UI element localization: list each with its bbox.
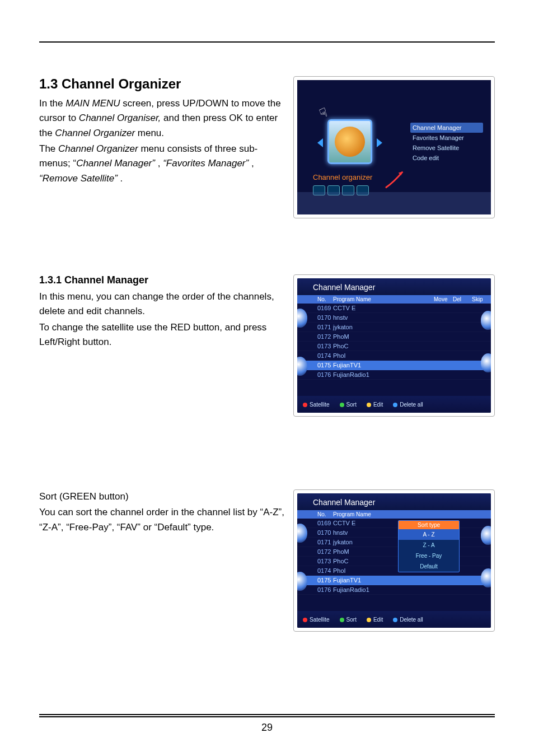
table-row[interactable]: 0175FujianTV1 xyxy=(297,576,491,585)
cell-name: FujianRadio1 xyxy=(333,371,491,378)
table-row[interactable]: 0172PhoM xyxy=(297,332,491,342)
decor-bulb-icon xyxy=(481,526,491,545)
t: , xyxy=(249,158,254,169)
page-bottom-rule xyxy=(39,714,495,717)
col-name: Program Name xyxy=(333,511,491,517)
arrow-left-icon xyxy=(317,138,323,147)
cm-footer-bar: Satellite Sort Edit Delete all xyxy=(297,611,491,628)
heading-1-3-1: 1.3.1 Channel Manager xyxy=(39,274,284,286)
table-row[interactable]: 0171jykaton xyxy=(297,323,491,332)
t: Channel Organizer xyxy=(58,143,138,154)
table-row[interactable]: 0170hnstv xyxy=(297,528,491,538)
t: Sort xyxy=(346,402,357,408)
cm-header-row: No. Program Name xyxy=(297,510,491,519)
cursor-hand-icon: ☟ xyxy=(317,105,329,122)
screenshot-channel-manager-sort: Channel Manager No. Program Name 0169CCT… xyxy=(293,489,495,632)
t: Channel Organiser, xyxy=(79,113,161,123)
submenu-item-remove-satellite[interactable]: Remove Satellite xyxy=(410,143,483,153)
heading-sort: Sort (GREEN button) xyxy=(39,489,284,504)
decor-bulb-icon xyxy=(481,568,491,587)
sec2-para2: To change the satellite use the RED butt… xyxy=(39,320,284,350)
cell-no: 0173 xyxy=(317,343,333,349)
cell-name: PhoM xyxy=(333,333,491,340)
screenshot-channel-manager: Channel Manager No. Program Name Move De… xyxy=(293,274,495,417)
cell-no: 0171 xyxy=(317,539,333,545)
table-row[interactable]: 0173PhoC xyxy=(297,557,491,566)
t: Delete all xyxy=(400,402,423,408)
menu-caption: Channel organizer xyxy=(313,173,372,181)
t: Sort xyxy=(346,617,357,623)
legend-deleteall: Delete all xyxy=(393,402,423,408)
cell-name: FujianTV1 xyxy=(333,577,491,584)
screenshot-main-menu: ☟ Channel organizer Chann xyxy=(293,76,495,218)
menu-tile-channel-organizer[interactable] xyxy=(327,119,372,164)
legend-deleteall: Delete all xyxy=(393,617,423,623)
table-row[interactable]: 0176FujianRadio1 xyxy=(297,370,491,380)
blue-dot-icon xyxy=(393,403,397,407)
submenu-item-channel-manager[interactable]: Channel Manager xyxy=(410,123,483,133)
sort-option-free-pay[interactable]: Free - Pay xyxy=(399,550,459,561)
cell-name: PhoI xyxy=(333,352,491,359)
blue-dot-icon xyxy=(393,618,397,622)
sec1-para1: In the MAIN MENU screen, press UP/DOWN t… xyxy=(39,96,284,141)
table-row[interactable]: 0171jykaton xyxy=(297,538,491,547)
t: Delete all xyxy=(400,617,423,623)
legend-sort: Sort xyxy=(340,617,357,623)
arrow-right-icon xyxy=(377,138,382,147)
sort-option-az[interactable]: A - Z xyxy=(399,529,459,540)
legend-edit: Edit xyxy=(367,402,383,408)
col-move: Move xyxy=(434,296,453,302)
submenu-item-favorites-manager[interactable]: Favorites Manager xyxy=(410,133,483,143)
t: The xyxy=(39,143,58,154)
decor-bulb-icon xyxy=(481,353,491,372)
table-row[interactable]: 0169CCTV E xyxy=(297,519,491,528)
reflection-bar xyxy=(297,192,491,214)
page-number: 29 xyxy=(39,722,495,734)
cell-no: 0175 xyxy=(317,577,333,584)
cell-name: FujianTV1 xyxy=(333,362,491,368)
table-row[interactable]: 0172PhoM xyxy=(297,547,491,557)
t: Channel Manager” xyxy=(76,158,155,169)
table-row[interactable]: 0170hnstv xyxy=(297,313,491,323)
t: In the xyxy=(39,98,65,109)
cell-no: 0175 xyxy=(317,362,333,368)
callout-arrow-icon xyxy=(385,169,406,190)
table-row[interactable]: 0173PhoC xyxy=(297,342,491,351)
t: Edit xyxy=(373,617,383,623)
cell-no: 0176 xyxy=(317,371,333,378)
col-no: No. xyxy=(317,296,333,302)
green-dot-icon xyxy=(340,618,344,622)
table-row[interactable]: 0174PhoI xyxy=(297,351,491,361)
yellow-dot-icon xyxy=(367,618,371,622)
t: menu. xyxy=(135,128,164,138)
table-row[interactable]: 0175FujianTV1 xyxy=(297,361,491,370)
cell-no: 0172 xyxy=(317,333,333,340)
col-name: Program Name xyxy=(333,296,434,302)
yellow-dot-icon xyxy=(367,403,371,407)
table-row[interactable]: 0169CCTV E xyxy=(297,304,491,313)
submenu-item-code-edit[interactable]: Code edit xyxy=(410,153,483,163)
cell-no: 0170 xyxy=(317,529,333,536)
sort-option-default[interactable]: Default xyxy=(399,561,459,572)
cell-name: jykaton xyxy=(333,324,491,330)
page-top-rule xyxy=(39,41,495,43)
t: Satellite xyxy=(310,617,330,623)
decor-bulb-icon xyxy=(481,311,491,330)
sec2-para1: In this menu, you can change the order o… xyxy=(39,290,284,319)
cell-no: 0172 xyxy=(317,548,333,555)
t: “Remove Satellite” xyxy=(39,173,118,184)
table-row[interactable]: 0174PhoI xyxy=(297,566,491,576)
cm-header-row: No. Program Name Move Del Skip xyxy=(297,295,491,304)
heading-1-3: 1.3 Channel Organizer xyxy=(39,76,284,92)
sort-option-za[interactable]: Z - A xyxy=(399,540,459,550)
col-skip: Skip xyxy=(472,296,491,302)
red-dot-icon xyxy=(303,403,307,407)
sort-popup-header: Sort type xyxy=(399,521,459,529)
legend-satellite: Satellite xyxy=(303,402,330,408)
t: “Favorites Manager” xyxy=(163,158,249,169)
sort-type-popup: Sort type A - Z Z - A Free - Pay Default xyxy=(398,520,460,572)
sec1-para2: The Channel Organizer menu consists of t… xyxy=(39,142,284,186)
col-no: No. xyxy=(317,511,333,517)
table-row[interactable]: 0176FujianRadio1 xyxy=(297,585,491,595)
cell-no: 0171 xyxy=(317,324,333,330)
